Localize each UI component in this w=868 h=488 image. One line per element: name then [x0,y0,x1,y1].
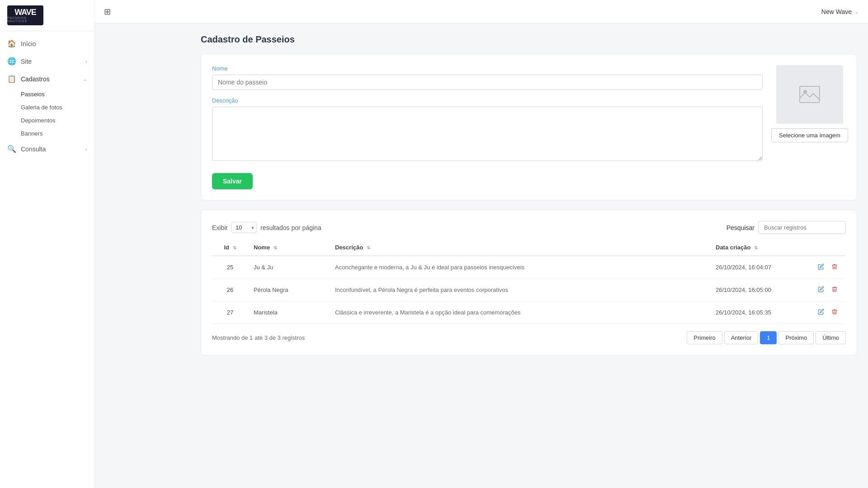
cell-id: 27 [212,301,248,324]
cell-nome: Ju & Ju [248,256,330,279]
sidebar-item-site[interactable]: 🌐 Site › [0,52,94,70]
edit-button[interactable] [815,262,827,273]
main-content: Cadastro de Passeios Nome Descrição [190,23,868,488]
sidebar-item-consulta-label: Consulta [21,145,81,153]
list-icon: 📋 [7,75,16,83]
sort-id-icon: ⇅ [233,245,236,250]
cell-descricao: Inconfundível, a Pérola Negra é perfeita… [330,279,710,301]
table-row: 25 Ju & Ju Aconchegante e moderna, a Ju … [212,256,846,279]
col-id[interactable]: Id ⇅ [212,239,248,256]
globe-icon: 🌐 [7,57,16,66]
delete-button[interactable] [829,262,840,273]
chevron-down-icon: ⌄ [83,76,87,82]
edit-button[interactable] [815,284,827,296]
records-table: Id ⇅ Nome ⇅ Descrição ⇅ Data criação ⇅ [212,239,846,324]
sort-data-icon: ⇅ [754,245,758,250]
exibir-label: Exibir [212,224,228,231]
header: ⊞ New Wave ⌄ [95,0,868,23]
nome-label: Nome [212,65,763,72]
nome-input[interactable] [212,75,763,90]
cell-descricao: Clássica e irreverente, a Maristela é a … [330,301,710,324]
search-input[interactable] [758,221,846,234]
col-descricao[interactable]: Descrição ⇅ [330,239,710,256]
image-preview [776,65,843,124]
form-card: Nome Descrição Selecione uma imagem [201,54,857,201]
form-right: Selecione uma imagem [774,65,846,169]
pagination-current[interactable]: 1 [760,331,777,344]
save-button[interactable]: Salvar [212,173,253,189]
col-data-criacao[interactable]: Data criação ⇅ [710,239,810,256]
cell-data: 26/10/2024, 16:04:07 [710,256,810,279]
sidebar-nav: 🏠 Início 🌐 Site › 📋 Cadastros ⌄ Passeios… [0,31,94,161]
table-info: Mostrando de 1 até 3 de 3 registros [212,334,305,341]
descricao-group: Descrição [212,97,763,162]
logo-sub-text: PASSEIOS NÁUTICOS [7,16,43,23]
user-menu[interactable]: New Wave ⌄ [821,8,859,15]
search-icon: 🔍 [7,145,16,153]
nome-group: Nome [212,65,763,90]
cell-actions [810,256,846,279]
delete-button[interactable] [829,307,840,318]
sort-desc-icon: ⇅ [367,245,370,250]
table-toolbar: Exibir 5 10 25 50 100 resultados por pág… [212,221,846,234]
sidebar-item-cadastros-label: Cadastros [21,75,78,83]
page-title: Cadastro de Passeios [201,34,857,45]
toolbar-right: Pesquisar [726,221,846,234]
cell-id: 25 [212,256,248,279]
table-row: 26 Pérola Negra Inconfundível, a Pérola … [212,279,846,301]
sidebar-logo: WAVE PASSEIOS NÁUTICOS [0,0,94,31]
user-chevron-icon: ⌄ [854,9,859,15]
table-head: Id ⇅ Nome ⇅ Descrição ⇅ Data criação ⇅ [212,239,846,256]
pagination-prev[interactable]: Anterior [724,331,759,344]
cell-nome: Maristela [248,301,330,324]
cell-data: 26/10/2024, 16:05:00 [710,279,810,301]
sidebar-item-galeria[interactable]: Galeria de fotos [21,101,94,114]
col-nome-label: Nome [254,244,270,251]
user-name: New Wave [821,8,852,15]
cell-id: 26 [212,279,248,301]
edit-button[interactable] [815,307,827,318]
delete-button[interactable] [829,284,840,296]
home-icon: 🏠 [7,39,16,48]
table-body: 25 Ju & Ju Aconchegante e moderna, a Ju … [212,256,846,324]
cell-actions [810,301,846,324]
chevron-right-icon-consulta: › [85,146,87,152]
select-image-button[interactable]: Selecione uma imagem [771,128,848,142]
chevron-right-icon: › [85,58,87,65]
table-footer: Mostrando de 1 até 3 de 3 registros Prim… [212,331,846,344]
sidebar-item-inicio[interactable]: 🏠 Início [0,35,94,52]
cell-nome: Pérola Negra [248,279,330,301]
sidebar-item-cadastros[interactable]: 📋 Cadastros ⌄ [0,70,94,88]
sidebar-item-banners[interactable]: Banners [21,127,94,140]
col-id-label: Id [224,244,229,251]
pagination-next[interactable]: Próximo [778,331,814,344]
toolbar-left: Exibir 5 10 25 50 100 resultados por pág… [212,222,321,233]
grid-icon[interactable]: ⊞ [104,7,111,17]
cell-actions [810,279,846,301]
pagination-first[interactable]: Primeiro [687,331,722,344]
sidebar-item-site-label: Site [21,58,81,65]
col-actions [810,239,846,256]
col-data-label: Data criação [716,244,750,251]
sidebar-item-depoimentos[interactable]: Depoimentos [21,114,94,127]
pagination-last[interactable]: Último [816,331,846,344]
sidebar-item-passeios[interactable]: Passeios [21,88,94,101]
cell-data: 26/10/2024, 16:05:35 [710,301,810,324]
perpage-select[interactable]: 5 10 25 50 100 [231,222,257,233]
logo-wave-text: WAVE [14,8,36,16]
sidebar-item-consulta[interactable]: 🔍 Consulta › [0,140,94,158]
image-placeholder-icon [799,85,821,103]
table-row: 27 Maristela Clássica e irreverente, a M… [212,301,846,324]
descricao-input[interactable] [212,107,763,161]
cell-descricao: Aconchegante e moderna, a Ju & Ju é idea… [330,256,710,279]
cadastros-submenu: Passeios Galeria de fotos Depoimentos Ba… [0,88,94,140]
sidebar-item-inicio-label: Início [21,40,87,47]
sort-nome-icon: ⇅ [274,245,277,250]
sidebar: WAVE PASSEIOS NÁUTICOS 🏠 Início 🌐 Site ›… [0,0,95,488]
resultados-label: resultados por página [260,224,321,231]
col-descricao-label: Descrição [335,244,363,251]
col-nome[interactable]: Nome ⇅ [248,239,330,256]
form-row: Nome Descrição Selecione uma imagem [212,65,846,169]
logo-box: WAVE PASSEIOS NÁUTICOS [7,5,43,25]
table-card: Exibir 5 10 25 50 100 resultados por pág… [201,210,857,356]
